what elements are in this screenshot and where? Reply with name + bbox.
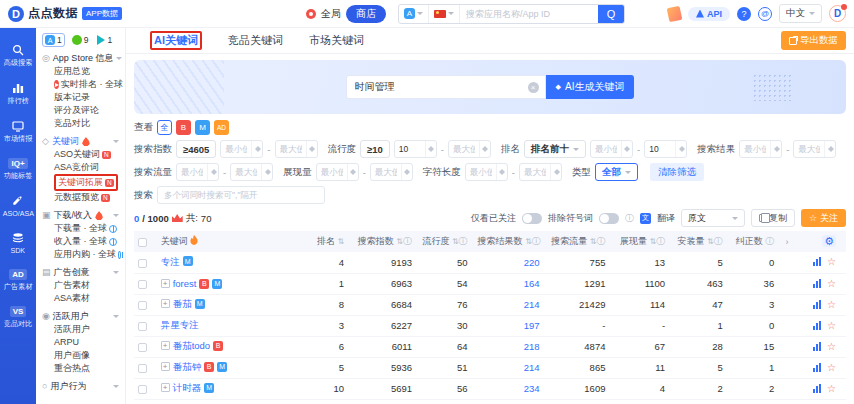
header-installs[interactable]: 安装量 ⇅ⓘ (675, 231, 733, 252)
trend-chart-icon[interactable] (813, 257, 821, 266)
rail-item-market-intel[interactable]: 市场情报 (0, 114, 36, 150)
more-columns-icon[interactable]: › (784, 231, 798, 252)
cell-search-results[interactable]: 214 (478, 294, 550, 315)
trend-chart-icon[interactable] (813, 279, 821, 288)
tab-market-keywords[interactable]: 市场关键词 (309, 33, 364, 48)
row-checkbox[interactable] (138, 301, 147, 310)
support-icon[interactable]: @ (758, 7, 772, 21)
header-popularity[interactable]: 流行度 ⇅ⓘ (422, 231, 478, 252)
expand-icon[interactable]: + (161, 341, 170, 350)
impressions-max-input[interactable] (371, 167, 401, 177)
help-icon[interactable]: ? (737, 7, 751, 21)
cell-search-results[interactable]: 214 (478, 357, 550, 378)
sidebar-item-keyword-expansion[interactable]: 关键词拓展 N (54, 174, 121, 191)
stepper-icon[interactable] (621, 141, 632, 157)
row-checkbox[interactable] (138, 322, 147, 331)
stepper-icon[interactable] (479, 141, 490, 157)
popularity-min-input[interactable] (395, 144, 425, 154)
keyword-link[interactable]: 番茄钟 (173, 361, 202, 372)
api-button[interactable]: API (688, 7, 730, 21)
trend-chart-icon[interactable] (813, 342, 821, 351)
table-row[interactable]: +番茄M 8 6684 76 214 21429 114 47 3 ☆ (134, 294, 846, 315)
trend-chart-icon[interactable] (813, 363, 821, 372)
impressions-min-input[interactable] (317, 167, 347, 177)
app-search-input[interactable] (460, 9, 598, 19)
row-checkbox[interactable] (138, 385, 147, 394)
char-length-min-input[interactable] (466, 167, 496, 177)
copy-button[interactable]: 复制 (751, 209, 795, 227)
row-checkbox[interactable] (138, 259, 147, 268)
rail-item-competitor-compare[interactable]: VS 竞品对比 (0, 300, 36, 335)
sidebar-item-asa-materials[interactable]: ASA素材 (54, 292, 121, 305)
ai-generate-button[interactable]: ◆ AI生成关键词 (546, 75, 635, 99)
sidebar-item-revenue-global[interactable]: 收入量 · 全球 (54, 235, 121, 248)
sort-icon[interactable]: ⇅ (337, 237, 344, 246)
language-select[interactable]: 中文 (779, 4, 822, 23)
keyword-link[interactable]: 专注 (161, 256, 180, 267)
sidebar-item-user-profile[interactable]: 用户画像 (54, 349, 121, 362)
stepper-icon[interactable] (824, 141, 835, 157)
ios-platform-badge[interactable]: A 1 (42, 33, 65, 47)
translate-select[interactable]: 原文 (681, 209, 745, 227)
rank-min-input[interactable] (591, 144, 621, 154)
keyword-link[interactable]: 计时器 (173, 382, 202, 393)
stepper-icon[interactable] (496, 164, 507, 180)
scope-store-button[interactable]: 商店 (346, 5, 386, 23)
rail-item-aso-asa[interactable]: ASO/ASA (0, 189, 36, 224)
view-ad-button[interactable]: AD (214, 120, 229, 135)
sidebar-item-app-overview[interactable]: 应用总览 (54, 65, 121, 78)
rail-item-rankings[interactable]: 排行榜 (0, 76, 36, 112)
only-followed-toggle[interactable] (522, 213, 542, 224)
clear-filters-button[interactable]: 清除筛选 (650, 163, 704, 181)
follow-star-icon[interactable]: ☆ (827, 362, 836, 373)
follow-star-icon[interactable]: ☆ (827, 299, 836, 310)
store-select[interactable]: A (399, 5, 429, 23)
view-all-button[interactable]: 全 (157, 120, 172, 135)
stepper-icon[interactable] (550, 164, 561, 180)
cell-search-results[interactable]: 234 (478, 378, 550, 399)
search-index-min-input[interactable] (221, 144, 251, 154)
sidebar-item-overlap-hotspot[interactable]: 重合热点 (54, 362, 121, 375)
expand-icon[interactable]: + (161, 299, 170, 308)
android-platform-badge[interactable]: 9 (70, 34, 91, 46)
header-rank[interactable]: 排名 ⇅ (309, 231, 354, 252)
table-row[interactable]: +计时器M 10 5691 56 234 1609 4 2 2 ☆ (134, 378, 846, 399)
section-header[interactable]: ○ 用户行为 (42, 380, 121, 393)
search-results-min-input[interactable] (740, 144, 770, 154)
expand-icon[interactable]: + (161, 383, 170, 392)
row-checkbox[interactable] (138, 343, 147, 352)
search-traffic-max-input[interactable] (231, 167, 261, 177)
stepper-icon[interactable] (425, 141, 436, 157)
tab-ai-keywords[interactable]: AI关键词 (154, 33, 198, 48)
follow-button[interactable]: ☆ 关注 (801, 209, 846, 227)
sort-icon[interactable]: ⇅ (525, 237, 532, 246)
follow-star-icon[interactable]: ☆ (827, 278, 836, 289)
sidebar-item-realtime-rank[interactable]: 实时排名 · 全球 (54, 78, 121, 91)
section-header[interactable]: ▣ 下载/收入 (42, 209, 121, 222)
rail-item-sdk[interactable]: SDK (0, 226, 36, 261)
follow-star-icon[interactable]: ☆ (827, 383, 836, 394)
row-checkbox[interactable] (138, 364, 147, 373)
sidebar-item-competitor-compare[interactable]: 竞品对比 (54, 117, 121, 130)
table-row[interactable]: +forestBM 1 6963 54 164 1291 1100 463 36… (134, 273, 846, 294)
sidebar-item-arpu[interactable]: ARPU (54, 336, 121, 349)
keyword-search-input[interactable] (157, 186, 325, 204)
stepper-icon[interactable] (207, 164, 218, 180)
table-row[interactable]: 专注M 4 9193 50 220 755 13 5 0 ☆ (134, 252, 846, 273)
row-checkbox[interactable] (138, 280, 147, 289)
keyword-link[interactable]: 番茄 (173, 298, 192, 309)
follow-star-icon[interactable]: ☆ (827, 320, 836, 331)
table-row[interactable]: +番茄钟BM 5 5936 51 214 865 11 5 1 ☆ (134, 357, 846, 378)
stepper-icon[interactable] (347, 164, 358, 180)
search-button[interactable]: Q (598, 4, 624, 24)
cell-search-results[interactable]: 197 (478, 315, 550, 336)
rank-max-input[interactable] (645, 144, 675, 154)
cell-search-results[interactable]: 164 (478, 273, 550, 294)
logo[interactable]: D 点点数据 APP数据 (0, 5, 122, 22)
promo-icon[interactable] (667, 5, 683, 21)
sidebar-item-aso-keywords[interactable]: ASO关键词 N (54, 148, 121, 161)
popularity-max-input[interactable] (449, 144, 479, 154)
type-select[interactable]: 全部 (595, 163, 638, 181)
ai-topic-input[interactable] (347, 82, 528, 93)
search-index-max-input[interactable] (276, 144, 306, 154)
